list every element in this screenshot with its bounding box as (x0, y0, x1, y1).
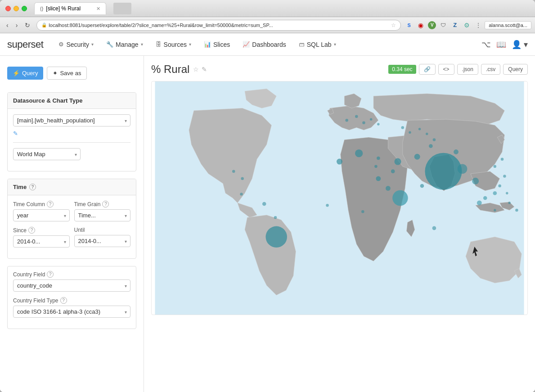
code-button[interactable]: <> (438, 64, 454, 75)
tab-close-button[interactable]: ✕ (96, 6, 100, 12)
nav-item-dashboards[interactable]: 📈 Dashboards (236, 33, 292, 55)
back-button[interactable]: ‹ (4, 20, 11, 31)
ext-icon-6[interactable]: ⚙ (462, 21, 471, 30)
nav-item-sources[interactable]: 🗄 Sources ▾ (149, 33, 198, 55)
maximize-window-button[interactable] (22, 6, 27, 11)
data-dot-30 (432, 226, 436, 230)
favorite-star-icon[interactable]: ☆ (193, 66, 199, 73)
browser-window: {} [slice] % Rural ✕ ‹ › ↻ 🔒 localhost:8… (0, 0, 535, 392)
data-dot-28 (326, 204, 328, 207)
datasource-form-group: [main].[wb_health_population] ▾ ✎ (13, 114, 130, 137)
time-section-content: Time Column ? year ▾ (8, 195, 136, 258)
data-dot-20 (506, 192, 508, 194)
data-bubble-11 (454, 149, 459, 154)
chart-type-select-wrapper: World Map ▾ (13, 148, 81, 160)
nav-item-slices[interactable]: 📊 Slices (198, 33, 236, 55)
data-bubble-7 (472, 178, 479, 185)
until-label: Until (74, 227, 131, 233)
data-dot-15 (274, 216, 277, 219)
address-bar[interactable]: 🔒 localhost:8081/superset/explore/table/… (36, 20, 401, 31)
top-navigation: superset ⚙ Security ▾ 🔧 Manage ▾ 🗄 Sourc… (0, 33, 535, 56)
nav-label-slices: Slices (213, 41, 230, 48)
time-grain-label: Time Grain ? (74, 201, 131, 207)
country-field-select[interactable]: country_code (13, 279, 130, 292)
time-section-title: Time (13, 184, 27, 190)
github-icon[interactable]: ⌥ (481, 40, 491, 50)
query-label: Query (508, 66, 523, 72)
main-content: % Rural ☆ ✎ 0.34 sec 🔗 <> (144, 56, 535, 392)
datasource-section-content: [main].[wb_health_population] ▾ ✎ (8, 109, 136, 171)
ext-icon-2[interactable]: ◉ (416, 21, 425, 30)
until-select-wrapper: 2014-0... ▾ (74, 235, 131, 247)
close-window-button[interactable] (5, 6, 11, 11)
user-profile-badge[interactable]: alanna.scott@a... (485, 21, 531, 29)
query-detail-button[interactable]: Query (503, 64, 528, 75)
forward-button[interactable]: › (13, 20, 21, 31)
data-dot-2 (355, 115, 358, 117)
json-label: .json (462, 66, 473, 72)
nav-item-security[interactable]: ⚙ Security ▾ (52, 33, 100, 55)
datasource-select-wrapper: [main].[wb_health_population] ▾ (13, 114, 130, 126)
save-as-button[interactable]: ✦ Save as (47, 67, 87, 80)
time-help-icon: ? (29, 184, 36, 190)
nav-menu: ⚙ Security ▾ 🔧 Manage ▾ 🗄 Sources ▾ 📊 Sl… (52, 33, 481, 55)
data-dot-11 (232, 170, 235, 172)
manage-caret-icon: ▾ (141, 42, 143, 47)
refresh-button[interactable]: ↻ (22, 20, 33, 31)
permalink-button[interactable]: 🔗 (419, 64, 436, 75)
data-dot-3 (362, 121, 365, 124)
time-column-select[interactable]: year (13, 209, 70, 221)
chart-type-select[interactable]: World Map (13, 148, 81, 160)
bookmark-icon: ☆ (391, 22, 396, 28)
time-grain-group: Time Grain ? Time... ▾ (74, 201, 131, 221)
data-bubble-brazil (265, 226, 287, 248)
ext-icon-7[interactable]: ⋮ (474, 21, 483, 30)
user-menu-icon[interactable]: 👤 ▾ (512, 40, 528, 50)
data-dot-6 (401, 126, 404, 129)
link-icon: 🔗 (424, 66, 431, 72)
datasource-section: Datasource & Chart Type [main].[wb_healt… (7, 92, 136, 171)
app-container: superset ⚙ Security ▾ 🔧 Manage ▾ 🗄 Sourc… (0, 33, 535, 392)
ext-icon-4[interactable]: 🛡 (439, 21, 448, 30)
time-column-help-icon: ? (47, 201, 54, 207)
browser-toolbar: ‹ › ↻ 🔒 localhost:8081/superset/explore/… (0, 17, 535, 33)
query-section-content: Country Field ? country_code ▾ (8, 266, 136, 329)
nav-label-security: Security (66, 41, 89, 48)
query-button[interactable]: ⚡ Query (7, 67, 43, 80)
until-group: Until 2014-0... ▾ (74, 227, 131, 248)
country-field-group: Country Field ? country_code ▾ (13, 271, 130, 292)
country-field-select-wrapper: country_code ▾ (13, 279, 130, 292)
json-button[interactable]: .json (457, 64, 478, 75)
until-select[interactable]: 2014-0... (74, 235, 131, 247)
datasource-edit-icon[interactable]: ✎ (13, 130, 18, 137)
edit-title-icon[interactable]: ✎ (202, 66, 207, 73)
nav-item-sqllab[interactable]: 🗃 SQL Lab ▾ (292, 33, 342, 55)
data-bubble-10 (493, 191, 497, 195)
sources-nav-icon: 🗄 (156, 41, 162, 48)
csv-button[interactable]: .csv (481, 64, 500, 75)
since-until-row: Since ? 2014-0... ▾ (13, 227, 130, 253)
browser-tab[interactable]: {} [slice] % Rural ✕ (34, 2, 106, 14)
nav-right-icons: ⌥ 📖 👤 ▾ (481, 40, 528, 50)
lightning-icon: ⚡ (13, 70, 20, 77)
nav-item-manage[interactable]: 🔧 Manage ▾ (100, 33, 149, 55)
datasource-row: [main].[wb_health_population] ▾ (13, 114, 130, 126)
new-tab-button[interactable] (113, 3, 131, 14)
since-select[interactable]: 2014-0... (13, 235, 70, 248)
ext-icon-1[interactable]: S (405, 21, 414, 30)
timing-badge: 0.34 sec (388, 65, 416, 74)
country-field-type-select[interactable]: code ISO 3166-1 alpha-3 (cca3) (13, 306, 130, 318)
sqllab-caret-icon: ▾ (334, 42, 336, 47)
minimize-window-button[interactable] (13, 6, 19, 11)
book-icon[interactable]: 📖 (496, 40, 506, 50)
time-grain-select[interactable]: Time... (74, 209, 131, 221)
content-area: ⚡ Query ✦ Save as Datasource & Chart Typ… (0, 56, 535, 392)
datasource-select[interactable]: [main].[wb_health_population] (13, 114, 130, 126)
chart-title-area: % Rural ☆ ✎ (151, 63, 207, 76)
data-dot-14 (262, 202, 266, 206)
sources-caret-icon: ▾ (189, 42, 191, 47)
ext-icon-5[interactable]: Z (450, 21, 459, 30)
manage-nav-icon: 🔧 (106, 41, 113, 48)
time-column-group: Time Column ? year ▾ (13, 201, 70, 221)
ext-icon-3[interactable]: V (428, 21, 436, 29)
